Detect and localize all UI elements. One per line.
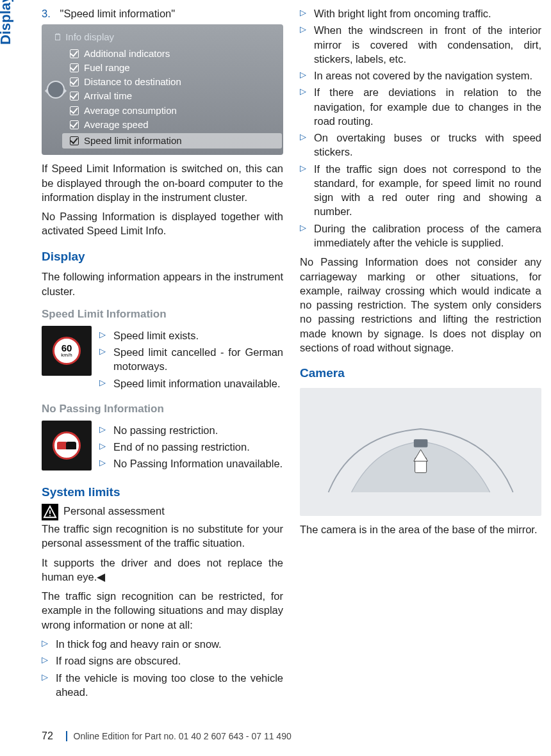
footer-text: Online Edition for Part no. 01 40 2 607 … bbox=[74, 731, 292, 741]
page-footer: 72 Online Edition for Part no. 01 40 2 6… bbox=[42, 729, 541, 743]
info-item: Additional indicators bbox=[70, 47, 274, 61]
list-item: If the vehicle is moving too close to th… bbox=[42, 671, 283, 700]
checkbox-icon bbox=[70, 136, 79, 145]
paragraph: The traffic sign recognition is no subst… bbox=[42, 522, 283, 551]
info-display-screenshot: 🗒 Info display Additional indicators Fue… bbox=[42, 24, 283, 155]
info-item-selected: Speed limit information bbox=[62, 133, 282, 149]
list-item: If the traffic sign does not correspond … bbox=[300, 162, 541, 219]
checkbox-icon bbox=[70, 63, 79, 72]
paragraph: If Speed Limit Information is switched o… bbox=[42, 161, 283, 204]
list-item: End of no passing restriction. bbox=[99, 440, 283, 454]
warning-icon bbox=[42, 504, 58, 520]
list-item: Speed limit exists. bbox=[99, 328, 283, 342]
section-tab: Displays bbox=[0, 0, 15, 45]
info-item: Fuel range bbox=[70, 61, 274, 75]
step-3: 3. "Speed limit information" bbox=[42, 6, 283, 20]
paragraph: The traffic sign recognition can be rest… bbox=[42, 589, 283, 632]
npi-list: No passing restriction. End of no passin… bbox=[99, 421, 283, 474]
list-item: If road signs are obscured. bbox=[42, 654, 283, 668]
heading-system-limits: System limits bbox=[42, 484, 283, 501]
list-item: No Passing Information unavailable. bbox=[99, 456, 283, 470]
list-item: If there are deviations in relation to t… bbox=[300, 85, 541, 128]
list-item: In thick fog and heavy rain or snow. bbox=[42, 637, 283, 651]
info-display-header: 🗒 Info display bbox=[53, 31, 274, 44]
checkbox-icon bbox=[70, 120, 79, 129]
footer-divider bbox=[66, 731, 67, 741]
list-item: During the calibration process of the ca… bbox=[300, 221, 541, 250]
camera-caption: The camera is in the area of the base of… bbox=[300, 522, 541, 536]
page-body: 3. "Speed limit information" 🗒 Info disp… bbox=[42, 6, 541, 704]
info-item: Arrival time bbox=[70, 89, 274, 103]
sli-block: 60km/h Speed limit exists. Speed limit c… bbox=[42, 326, 283, 393]
npi-block: No passing restriction. End of no passin… bbox=[42, 421, 283, 474]
speed-limit-sign-icon: 60km/h bbox=[42, 326, 92, 376]
paragraph: It supports the driver and does not repl… bbox=[42, 556, 283, 584]
info-item: Average speed bbox=[70, 118, 274, 132]
checkbox-icon bbox=[70, 106, 79, 115]
page-number: 72 bbox=[42, 729, 53, 743]
list-item: Speed limit information unavailable. bbox=[99, 376, 283, 390]
list-item: With bright light from oncoming traffic. bbox=[300, 6, 541, 20]
list-item: In areas not covered by the navigation s… bbox=[300, 68, 541, 83]
list-item: No passing restriction. bbox=[99, 423, 283, 437]
heading-sli: Speed Limit Information bbox=[42, 307, 283, 322]
idrive-dial-icon bbox=[47, 81, 65, 99]
step-text: "Speed limit information" bbox=[60, 8, 176, 19]
list-item: Speed limit cancelled - for German motor… bbox=[99, 345, 283, 374]
warning-block: Personal assessment bbox=[42, 504, 283, 520]
info-item: Distance to destination bbox=[70, 75, 274, 89]
paragraph: No Passing Information is displayed toge… bbox=[42, 209, 283, 238]
heading-display: Display bbox=[42, 248, 283, 265]
paragraph: The following information appears in the… bbox=[42, 269, 283, 298]
svg-rect-3 bbox=[414, 439, 428, 447]
sli-list: Speed limit exists. Speed limit cancelle… bbox=[99, 326, 283, 393]
warning-title: Personal assessment bbox=[63, 504, 165, 518]
list-item: On overtaking buses or trucks with speed… bbox=[300, 131, 541, 159]
svg-rect-1 bbox=[49, 510, 51, 514]
info-item: Average consumption bbox=[70, 104, 274, 118]
no-passing-sign-icon bbox=[42, 421, 92, 470]
list-item: When the windscreen in front of the inte… bbox=[300, 23, 541, 66]
paragraph: No Passing Information does not consider… bbox=[300, 255, 541, 355]
checkbox-icon bbox=[70, 77, 79, 86]
camera-illustration bbox=[300, 388, 541, 516]
svg-rect-2 bbox=[49, 515, 51, 517]
heading-npi: No Passing Information bbox=[42, 402, 283, 417]
heading-camera: Camera bbox=[300, 365, 541, 382]
checkbox-icon bbox=[70, 92, 79, 101]
step-number: 3. bbox=[42, 6, 57, 20]
checkbox-icon bbox=[70, 49, 79, 58]
